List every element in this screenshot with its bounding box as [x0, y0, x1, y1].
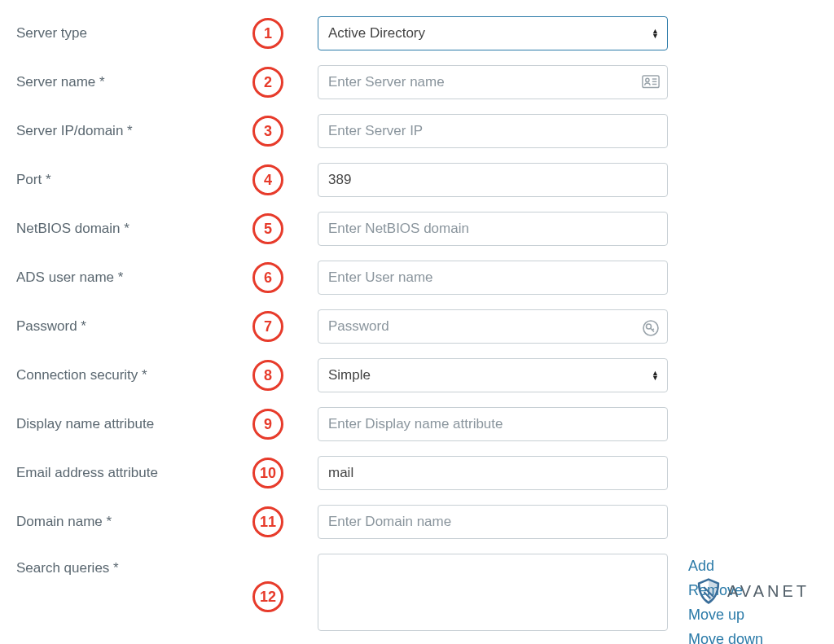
- search-queries-label: Search queries *: [16, 554, 252, 576]
- add-link[interactable]: Add: [688, 555, 763, 576]
- annotation-marker-2: 2: [252, 67, 283, 98]
- chevron-up-down-icon: ▲▼: [652, 370, 659, 380]
- server-ip-input[interactable]: [318, 114, 668, 148]
- password-input[interactable]: [318, 309, 668, 344]
- logo-text: AVANET: [727, 582, 810, 601]
- display-attr-label: Display name attribute: [16, 416, 252, 432]
- server-name-label: Server name *: [16, 74, 252, 90]
- annotation-marker-6: 6: [252, 262, 283, 293]
- password-label: Password *: [16, 318, 252, 335]
- conn-sec-value: Simple: [328, 367, 371, 383]
- conn-sec-select[interactable]: Simple ▲▼: [318, 358, 668, 392]
- annotation-marker-4: 4: [252, 164, 283, 195]
- annotation-marker-11: 11: [252, 506, 283, 537]
- ads-user-label: ADS user name *: [16, 269, 252, 286]
- annotation-marker-1: 1: [252, 18, 283, 49]
- netbios-input[interactable]: [318, 212, 668, 246]
- annotation-marker-7: 7: [252, 311, 283, 342]
- server-type-label: Server type: [16, 25, 252, 42]
- ads-user-input[interactable]: [318, 261, 668, 295]
- annotation-marker-5: 5: [252, 213, 283, 244]
- id-card-icon: [642, 75, 660, 90]
- search-queries-textarea[interactable]: [318, 554, 668, 631]
- annotation-marker-8: 8: [252, 360, 283, 391]
- svg-point-6: [647, 324, 652, 329]
- port-label: Port *: [16, 172, 252, 188]
- domain-name-input[interactable]: [318, 505, 668, 539]
- svg-point-1: [646, 78, 649, 81]
- annotation-marker-3: 3: [252, 116, 283, 147]
- server-type-select[interactable]: Active Directory ▲▼: [318, 16, 668, 50]
- annotation-marker-12: 12: [252, 581, 283, 612]
- port-input[interactable]: [318, 163, 668, 197]
- chevron-up-down-icon: ▲▼: [652, 28, 659, 38]
- avanet-logo: AVANET: [695, 577, 810, 605]
- server-ip-label: Server IP/domain *: [16, 123, 252, 139]
- annotation-marker-10: 10: [252, 458, 283, 488]
- domain-name-label: Domain name *: [16, 514, 252, 530]
- annotation-marker-9: 9: [252, 409, 283, 440]
- server-name-input[interactable]: [318, 65, 668, 99]
- key-icon: [642, 319, 660, 334]
- shield-icon: [695, 577, 722, 605]
- netbios-label: NetBIOS domain *: [16, 221, 252, 237]
- conn-sec-label: Connection security *: [16, 367, 252, 383]
- move-up-link[interactable]: Move up: [688, 604, 763, 625]
- move-down-link[interactable]: Move down: [688, 629, 763, 644]
- display-attr-input[interactable]: [318, 407, 668, 441]
- email-attr-input[interactable]: [318, 456, 668, 490]
- server-type-value: Active Directory: [328, 25, 425, 42]
- email-attr-label: Email address attribute: [16, 465, 252, 481]
